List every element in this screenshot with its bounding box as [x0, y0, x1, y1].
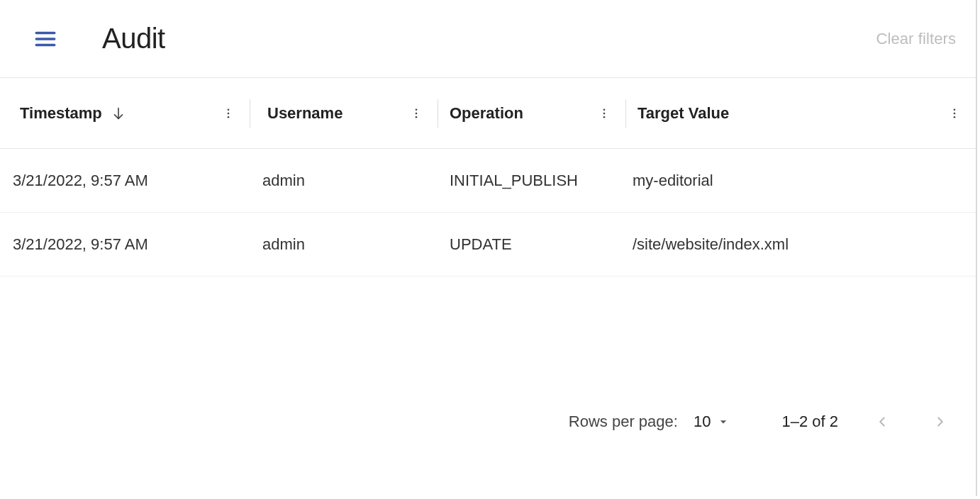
- chevron-left-icon: [874, 414, 890, 430]
- column-menu-button[interactable]: [408, 99, 425, 128]
- caret-down-icon: [716, 415, 730, 429]
- cell-operation: UPDATE: [437, 235, 624, 254]
- cell-target-value: /site/website/index.xml: [624, 235, 976, 254]
- column-menu-button[interactable]: [220, 99, 237, 128]
- pagination-range: 1–2 of 2: [781, 413, 838, 431]
- next-page-button[interactable]: [926, 408, 954, 436]
- cell-timestamp: 3/21/2022, 9:57 AM: [0, 235, 250, 254]
- cell-target-value: my-editorial: [624, 172, 976, 190]
- column-label: Target Value: [637, 104, 729, 123]
- cell-username: admin: [250, 172, 437, 190]
- page-title: Audit: [102, 23, 165, 55]
- svg-point-6: [228, 116, 230, 118]
- chevron-right-icon: [932, 414, 948, 430]
- column-menu-button[interactable]: [596, 99, 613, 128]
- rows-per-page-label: Rows per page: 10: [569, 413, 731, 431]
- svg-point-7: [416, 108, 418, 111]
- audit-table: Timestamp Username Operation: [0, 78, 976, 276]
- cell-operation: INITIAL_PUBLISH: [437, 172, 624, 190]
- more-vert-icon: [222, 107, 235, 120]
- hamburger-icon: [33, 27, 57, 51]
- column-label: Username: [267, 104, 343, 123]
- cell-username: admin: [250, 235, 437, 254]
- arrow-down-icon: [111, 106, 126, 121]
- rows-per-page-select[interactable]: 10: [694, 413, 730, 431]
- page-header: Audit Clear filters: [0, 0, 976, 78]
- previous-page-button[interactable]: [868, 408, 896, 436]
- more-vert-icon: [410, 107, 423, 120]
- menu-button[interactable]: [28, 22, 62, 56]
- column-header-operation[interactable]: Operation: [438, 78, 625, 148]
- svg-point-13: [954, 108, 956, 111]
- table-row[interactable]: 3/21/2022, 9:57 AMadminINITIAL_PUBLISHmy…: [0, 149, 976, 213]
- svg-point-12: [603, 116, 606, 118]
- rows-per-page-value: 10: [694, 413, 711, 431]
- column-header-target-value[interactable]: Target Value: [626, 78, 976, 148]
- table-body: 3/21/2022, 9:57 AMadminINITIAL_PUBLISHmy…: [0, 149, 976, 276]
- svg-point-14: [954, 112, 956, 114]
- column-menu-button[interactable]: [946, 99, 963, 128]
- table-row[interactable]: 3/21/2022, 9:57 AMadminUPDATE/site/websi…: [0, 213, 976, 276]
- column-header-username[interactable]: Username: [250, 78, 438, 148]
- svg-point-4: [228, 108, 230, 111]
- column-header-timestamp[interactable]: Timestamp: [0, 78, 250, 148]
- svg-point-5: [228, 112, 230, 114]
- pagination: Rows per page: 10 1–2 of 2: [569, 408, 954, 436]
- cell-timestamp: 3/21/2022, 9:57 AM: [0, 172, 250, 190]
- more-vert-icon: [948, 107, 961, 120]
- clear-filters-button[interactable]: Clear filters: [876, 30, 956, 48]
- svg-point-10: [603, 108, 606, 111]
- svg-point-8: [416, 112, 418, 114]
- more-vert-icon: [598, 107, 611, 120]
- table-header: Timestamp Username Operation: [0, 78, 976, 149]
- svg-point-9: [416, 116, 418, 118]
- column-label: Operation: [450, 104, 523, 123]
- svg-point-11: [603, 112, 606, 114]
- svg-point-15: [954, 116, 956, 118]
- column-label: Timestamp: [20, 104, 102, 123]
